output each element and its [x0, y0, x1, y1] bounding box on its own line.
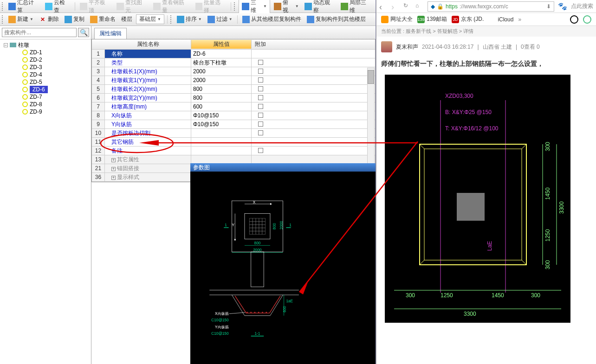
dim-inner-h: 800 [272, 223, 277, 230]
svg-point-26 [262, 312, 263, 313]
property-value[interactable]: 2000 [191, 67, 252, 76]
property-edit-tab[interactable]: 属性编辑 [94, 28, 127, 39]
delete-button[interactable]: ✕删除 [37, 14, 61, 24]
url-rest: ://www.fwxgx.com/c [460, 3, 508, 10]
refresh-button[interactable]: ↻ [403, 2, 412, 11]
property-row[interactable]: 3柱墩截长1(X)(mm)2000 [92, 67, 375, 76]
search-paw-icon[interactable]: 🐾 [558, 2, 567, 11]
property-value[interactable] [191, 138, 252, 146]
property-row[interactable]: 1名称ZD-6 [92, 50, 375, 58]
property-value[interactable]: 600 [191, 102, 252, 111]
property-row[interactable]: 8X向纵筋Φ10@150 [92, 111, 375, 120]
download-icon[interactable]: ⬇ [546, 3, 551, 10]
property-row[interactable]: 11其它钢筋 [92, 138, 375, 147]
additional-checkbox[interactable] [258, 148, 263, 153]
bookmark-icloud[interactable]: iCloud [488, 16, 513, 23]
tree-root-node[interactable]: − 柱墩 [2, 41, 89, 49]
scroll-thumb[interactable] [368, 70, 374, 84]
additional-checkbox[interactable] [258, 60, 263, 65]
search-button[interactable]: 🔍 [78, 28, 89, 37]
additional-checkbox[interactable] [258, 113, 263, 118]
collapse-icon[interactable]: − [4, 43, 8, 47]
property-value[interactable] [191, 129, 252, 137]
separator [75, 2, 75, 11]
tree-item-zd-3[interactable]: ZD-3 [2, 64, 89, 71]
search-hint[interactable]: 点此搜索 [571, 2, 593, 10]
bookmark-overflow-icon[interactable]: » [518, 16, 521, 23]
property-value[interactable]: 800 [191, 85, 252, 93]
property-value[interactable]: 800 [191, 94, 252, 102]
property-row[interactable]: 6柱墩截宽2(Y)(mm)800 [92, 94, 375, 102]
bookmark-sitenav[interactable]: 网址大全 [381, 15, 413, 23]
property-row[interactable]: 9Y向纵筋Φ10@150 [92, 120, 375, 129]
component-icon [22, 72, 28, 77]
property-row[interactable]: 2类型棱台形下柱墩 [92, 58, 375, 67]
search-input[interactable] [2, 28, 77, 37]
avatar[interactable] [381, 41, 392, 52]
expand-icon[interactable]: + [111, 167, 116, 171]
property-row[interactable]: 12备注 [92, 147, 375, 155]
expand-icon[interactable]: + [111, 176, 116, 180]
caret-down-icon: ▼ [30, 17, 33, 21]
property-row[interactable]: 7柱墩高度(mm)600 [92, 102, 375, 111]
property-additional [252, 155, 269, 164]
cad-dim-r2: 1450 [544, 187, 551, 200]
address-bar[interactable]: ◆ 🔒 https://www.fwxgx.com/c ⬇ [428, 1, 554, 12]
minimize-sidebar-button[interactable] [570, 15, 578, 24]
property-name: +其它属性 [105, 155, 191, 164]
property-value[interactable]: 2000 [191, 76, 252, 84]
property-editor-panel: 属性编辑 属性名称 属性值 附加 1名称ZD-62类型棱台形下柱墩3柱墩截长1(… [91, 26, 376, 364]
property-additional [252, 102, 269, 111]
tree-item-zd-1[interactable]: ZD-1 [2, 49, 89, 56]
rename-button[interactable]: 重命名 [88, 14, 117, 24]
bookmark-jd[interactable]: JD京东 (JD. [452, 15, 484, 23]
svg-point-24 [254, 312, 256, 313]
component-tree-panel: 🔍 − 柱墩 ZD-1ZD-2ZD-3ZD-4ZD-5ZD-6ZD-7ZD-8Z… [0, 26, 91, 364]
bookmark-139mail[interactable]: 139139邮箱 [417, 15, 447, 23]
additional-checkbox[interactable] [258, 95, 263, 100]
new-button[interactable]: 新建▼ [6, 14, 35, 24]
property-row[interactable]: 10是否按板边切割 [92, 129, 375, 138]
forward-button[interactable]: › [391, 2, 400, 11]
copy-button[interactable]: 复制 [63, 14, 86, 24]
copy-to-other-layer-button[interactable]: 复制构件到其他楼层 [305, 14, 368, 24]
base-layer-dropdown[interactable]: 基础层▼ [136, 14, 164, 24]
additional-checkbox[interactable] [258, 69, 263, 74]
cloud-check-label: 云检查 [54, 0, 71, 14]
back-button[interactable]: ‹ [379, 2, 388, 11]
property-value[interactable]: Φ10@150 [191, 111, 252, 120]
filter-button[interactable]: 过滤▼ [206, 14, 234, 24]
property-name: Y向纵筋 [105, 120, 191, 128]
author-name[interactable]: 夏末和声 [396, 43, 418, 51]
property-value[interactable] [191, 155, 252, 164]
parameter-diagram-area: X Y 1 1 800 2000 [190, 172, 376, 364]
sort-button[interactable]: 排序▼ [175, 14, 204, 24]
additional-checkbox[interactable] [258, 104, 263, 109]
property-value[interactable]: ZD-6 [191, 50, 252, 58]
additional-checkbox[interactable] [258, 121, 263, 127]
additional-checkbox[interactable] [258, 86, 263, 91]
tree-item-zd-6[interactable]: ZD-6 [2, 86, 89, 93]
x-rebar-label: X向纵筋 [215, 312, 229, 316]
property-value[interactable] [191, 147, 252, 155]
sidebar-toggle-button[interactable] [583, 15, 591, 24]
property-row[interactable]: 4柱墩截宽1(Y)(mm)2000 [92, 76, 375, 85]
tree-item-zd-2[interactable]: ZD-2 [2, 56, 89, 64]
additional-checkbox[interactable] [258, 77, 263, 83]
expand-icon[interactable]: + [111, 158, 116, 162]
property-row[interactable]: 5柱墩截长2(X)(mm)800 [92, 85, 375, 94]
tree-item-zd-5[interactable]: ZD-5 [2, 78, 89, 86]
parameter-diagram-title[interactable]: 参数图 [190, 163, 376, 172]
property-name: 其它钢筋 [105, 138, 191, 146]
copy-from-other-layer-button[interactable]: 从其他楼层复制构件 [240, 14, 303, 24]
row-number: 12 [92, 147, 105, 155]
row-number: 13 [92, 155, 105, 164]
tree-item-zd-7[interactable]: ZD-7 [2, 93, 89, 101]
additional-checkbox[interactable] [258, 130, 263, 135]
tree-item-zd-8[interactable]: ZD-8 [2, 101, 89, 108]
property-value[interactable]: Φ10@150 [191, 120, 252, 128]
home-button[interactable]: ⌂ [415, 2, 424, 11]
tree-item-zd-9[interactable]: ZD-9 [2, 108, 89, 115]
tree-item-zd-4[interactable]: ZD-4 [2, 71, 89, 78]
property-value[interactable]: 棱台形下柱墩 [191, 58, 252, 67]
